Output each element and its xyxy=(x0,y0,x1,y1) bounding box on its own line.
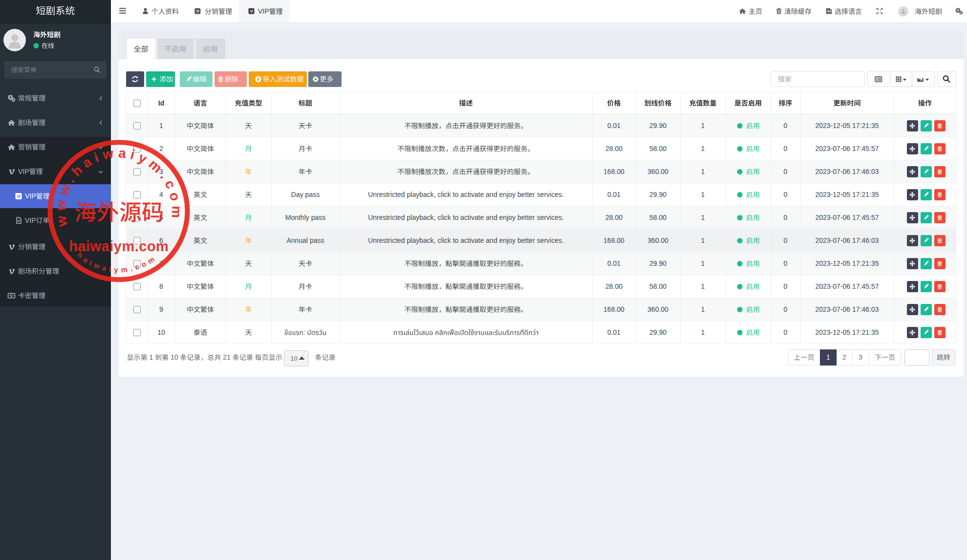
svg-text:29.90: 29.90 xyxy=(649,122,666,129)
svg-text:2023-12-05 17:21:35: 2023-12-05 17:21:35 xyxy=(816,328,879,336)
svg-text:29.90: 29.90 xyxy=(649,259,666,267)
svg-text:1: 1 xyxy=(701,305,705,313)
svg-text:0: 0 xyxy=(784,214,788,221)
svg-text:Day pass: Day pass xyxy=(291,191,320,198)
svg-text:Unrestricted playback, click t: Unrestricted playback, click to activate… xyxy=(368,191,564,198)
svg-text:Annual pass: Annual pass xyxy=(286,237,324,244)
svg-text:58.00: 58.00 xyxy=(649,282,666,290)
svg-text:29.90: 29.90 xyxy=(649,328,666,336)
svg-text:VIP: VIP xyxy=(25,216,36,224)
svg-text:0: 0 xyxy=(784,259,788,267)
svg-text:Monthly pass: Monthly pass xyxy=(285,214,325,221)
svg-text:360.00: 360.00 xyxy=(647,237,668,244)
svg-text:2023-07-06 17:46:03: 2023-07-06 17:46:03 xyxy=(816,168,879,175)
svg-text:0: 0 xyxy=(784,168,788,175)
svg-text:1: 1 xyxy=(701,214,705,221)
svg-text:58.00: 58.00 xyxy=(649,214,666,221)
svg-text:1: 1 xyxy=(701,145,705,152)
svg-text:2: 2 xyxy=(842,353,846,361)
svg-text:28.00: 28.00 xyxy=(605,145,623,152)
svg-text:10: 10 xyxy=(291,355,298,362)
svg-text:0: 0 xyxy=(784,328,788,336)
svg-text:21: 21 xyxy=(221,353,232,361)
svg-text:2023-07-06 17:46:03: 2023-07-06 17:46:03 xyxy=(816,305,879,313)
svg-text:0: 0 xyxy=(784,282,788,290)
svg-text:8: 8 xyxy=(159,282,163,290)
svg-text:10: 10 xyxy=(169,353,180,361)
svg-text:1: 1 xyxy=(148,353,155,361)
svg-text:1: 1 xyxy=(701,168,705,175)
svg-text:VIP: VIP xyxy=(258,7,269,15)
svg-text:28.00: 28.00 xyxy=(605,282,623,290)
svg-text:0.01: 0.01 xyxy=(607,259,621,267)
svg-text:58.00: 58.00 xyxy=(649,145,666,152)
svg-text:1: 1 xyxy=(701,259,705,267)
svg-text:0.01: 0.01 xyxy=(607,122,621,129)
svg-text:9: 9 xyxy=(159,305,163,313)
svg-text:10: 10 xyxy=(157,328,165,336)
svg-text:1: 1 xyxy=(701,328,705,336)
svg-text:2023-07-06 17:45:57: 2023-07-06 17:45:57 xyxy=(816,214,879,221)
svg-text:1: 1 xyxy=(701,122,705,129)
svg-text:2023-07-06 17:45:57: 2023-07-06 17:45:57 xyxy=(816,145,879,152)
svg-text:VIP: VIP xyxy=(25,192,36,200)
svg-text:0: 0 xyxy=(784,191,788,198)
svg-text:0: 0 xyxy=(784,122,788,129)
svg-text:2: 2 xyxy=(159,145,163,152)
svg-text:1: 1 xyxy=(826,353,830,361)
svg-text:1: 1 xyxy=(701,282,705,290)
svg-text:168.00: 168.00 xyxy=(603,168,624,175)
svg-text:2023-12-05 17:21:35: 2023-12-05 17:21:35 xyxy=(816,122,879,129)
svg-text:28.00: 28.00 xyxy=(605,214,623,221)
svg-text:0: 0 xyxy=(784,237,788,244)
svg-text:1: 1 xyxy=(701,237,705,244)
svg-text:168.00: 168.00 xyxy=(603,237,624,244)
svg-text:2023-07-06 17:46:03: 2023-07-06 17:46:03 xyxy=(816,237,879,244)
svg-text:168.00: 168.00 xyxy=(603,305,624,313)
svg-text:0: 0 xyxy=(784,305,788,313)
svg-text:0.01: 0.01 xyxy=(607,191,621,198)
svg-text:2023-12-05 17:21:35: 2023-12-05 17:21:35 xyxy=(816,259,879,267)
svg-text::: : xyxy=(303,328,307,336)
svg-text:Unrestricted playback, click t: Unrestricted playback, click to activate… xyxy=(368,237,564,244)
svg-text:haiwaiym.com: haiwaiym.com xyxy=(69,238,169,254)
svg-text:360.00: 360.00 xyxy=(647,305,668,313)
svg-text:2023-07-06 17:45:57: 2023-07-06 17:45:57 xyxy=(816,282,879,290)
svg-text:0.01: 0.01 xyxy=(607,328,621,336)
svg-text:1: 1 xyxy=(159,122,163,129)
svg-text:1: 1 xyxy=(701,191,705,198)
svg-text:4: 4 xyxy=(159,191,163,198)
svg-text:3: 3 xyxy=(859,353,862,361)
svg-text:Id: Id xyxy=(158,99,164,107)
svg-text:360.00: 360.00 xyxy=(647,168,668,175)
svg-text:Unrestricted playback, click t: Unrestricted playback, click to activate… xyxy=(368,214,564,221)
svg-text:0: 0 xyxy=(784,145,788,152)
svg-text:VIP: VIP xyxy=(18,168,29,175)
svg-text:2023-12-05 17:21:35: 2023-12-05 17:21:35 xyxy=(816,191,879,198)
svg-text:29.90: 29.90 xyxy=(649,191,666,198)
